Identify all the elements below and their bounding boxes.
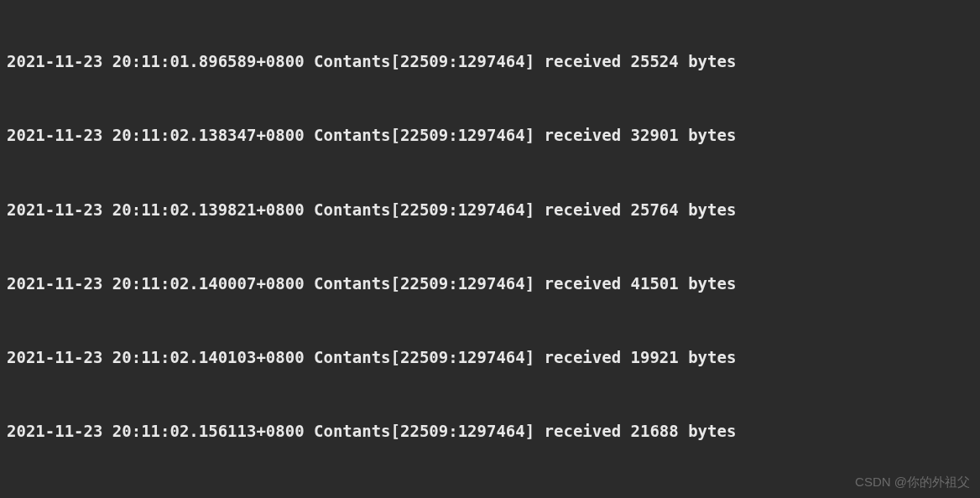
log-line: 2021-11-23 20:11:02.138347+0800 Contants…: [7, 123, 973, 148]
log-line: 2021-11-23 20:11:02.156113+0800 Contants…: [7, 419, 973, 444]
log-line: 2021-11-23 20:11:02.394419+0800 Contants…: [7, 494, 973, 498]
log-line: 2021-11-23 20:11:02.140103+0800 Contants…: [7, 345, 973, 370]
log-line: 2021-11-23 20:11:02.139821+0800 Contants…: [7, 198, 973, 222]
watermark-text: CSDN @你的外祖父: [855, 472, 970, 491]
log-line: 2021-11-23 20:11:01.896589+0800 Contants…: [7, 49, 973, 74]
log-line: 2021-11-23 20:11:02.140007+0800 Contants…: [7, 272, 973, 296]
console-log-output: 2021-11-23 20:11:01.896589+0800 Contants…: [7, 0, 973, 498]
